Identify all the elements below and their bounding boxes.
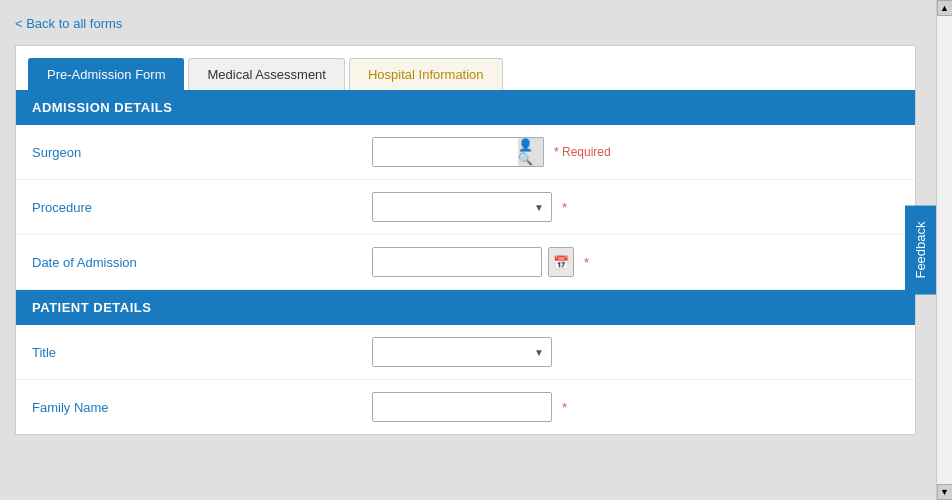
form-row-procedure: Procedure * <box>16 180 915 235</box>
back-to-forms-link[interactable]: < Back to all forms <box>15 16 122 31</box>
tab-bar: Pre-Admission Form Medical Assessment Ho… <box>16 46 915 90</box>
label-date-admission: Date of Admission <box>32 255 372 270</box>
form-container: Pre-Admission Form Medical Assessment Ho… <box>15 45 916 435</box>
scrollbar: ▲ ▼ <box>936 0 952 500</box>
surgeon-search-icon[interactable]: 👤🔍 <box>518 137 544 167</box>
scroll-up-icon: ▲ <box>940 3 949 13</box>
tab-hospital-information[interactable]: Hospital Information <box>349 58 503 90</box>
section-header-admission: ADMISSION DETAILS <box>16 90 915 125</box>
section-header-patient: PATIENT DETAILS <box>16 290 915 325</box>
scroll-down-button[interactable]: ▼ <box>937 484 953 500</box>
surgeon-control: 👤🔍 * Required <box>372 137 611 167</box>
date-required-star: * <box>584 255 589 270</box>
family-name-required-star: * <box>562 400 567 415</box>
procedure-control: * <box>372 192 567 222</box>
procedure-select-wrapper <box>372 192 552 222</box>
procedure-required-star: * <box>562 200 567 215</box>
form-row-family-name: Family Name * <box>16 380 915 434</box>
scroll-up-button[interactable]: ▲ <box>937 0 953 16</box>
surgeon-input-wrapper: 👤🔍 <box>372 137 544 167</box>
label-family-name: Family Name <box>32 400 372 415</box>
title-control <box>372 337 552 367</box>
form-row-surgeon: Surgeon 👤🔍 * Required <box>16 125 915 180</box>
calendar-icon: 📅 <box>553 255 569 270</box>
form-body: ADMISSION DETAILS Surgeon 👤🔍 <box>16 90 915 434</box>
title-select-wrapper <box>372 337 552 367</box>
date-admission-input[interactable] <box>372 247 542 277</box>
scroll-track <box>937 16 952 484</box>
tab-medical-assessment[interactable]: Medical Assessment <box>188 58 345 90</box>
family-name-input[interactable] <box>372 392 552 422</box>
tab-pre-admission[interactable]: Pre-Admission Form <box>28 58 184 90</box>
feedback-button[interactable]: Feedback <box>905 205 936 294</box>
form-row-title: Title <box>16 325 915 380</box>
form-row-date-admission: Date of Admission 📅 * <box>16 235 915 290</box>
title-select[interactable] <box>372 337 552 367</box>
date-admission-control: 📅 * <box>372 247 589 277</box>
calendar-button[interactable]: 📅 <box>548 247 574 277</box>
label-procedure: Procedure <box>32 200 372 215</box>
label-surgeon: Surgeon <box>32 145 372 160</box>
family-name-control: * <box>372 392 567 422</box>
label-title: Title <box>32 345 372 360</box>
surgeon-required-text: * Required <box>554 145 611 159</box>
scroll-down-icon: ▼ <box>940 487 949 497</box>
procedure-select[interactable] <box>372 192 552 222</box>
